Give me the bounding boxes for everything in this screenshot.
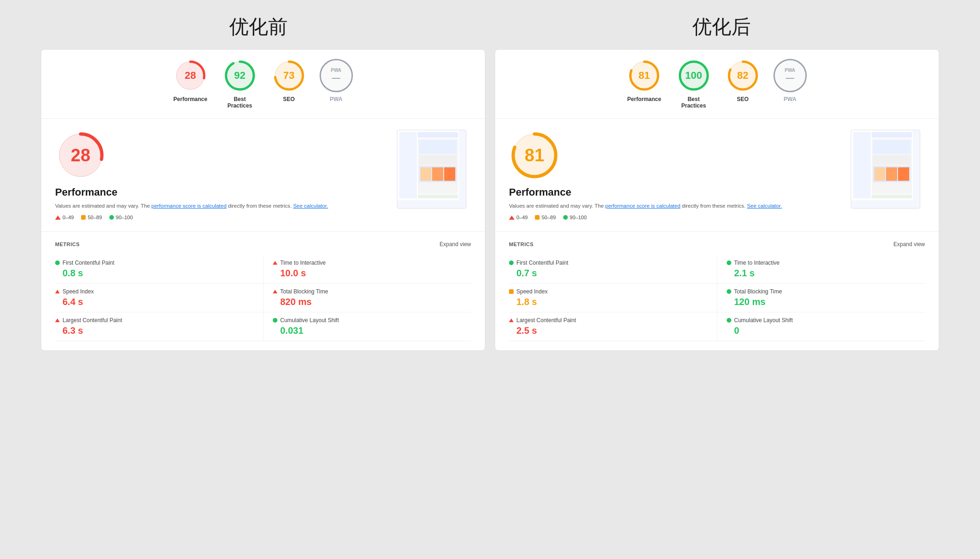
after-perf-section: 81 Performance Values are estimated and … bbox=[495, 119, 939, 232]
before-seo-value: 73 bbox=[283, 70, 294, 82]
after-perf-left: 81 Performance Values are estimated and … bbox=[509, 130, 842, 220]
after-pwa-circle: PWA — bbox=[773, 59, 807, 92]
before-seo-label: SEO bbox=[283, 96, 295, 102]
after-perf-title: Performance bbox=[509, 186, 842, 198]
before-ss-header bbox=[418, 132, 459, 138]
after-expand-view[interactable]: Expand view bbox=[893, 241, 925, 248]
after-tbt-indicator bbox=[727, 289, 731, 294]
before-cls-indicator bbox=[273, 318, 277, 323]
before-lcp-indicator bbox=[55, 318, 60, 322]
before-lcp-name: Largest Contentful Paint bbox=[63, 317, 122, 324]
after-ss-footer bbox=[872, 195, 912, 198]
after-cls-value: 0 bbox=[727, 325, 925, 336]
after-lcp-name: Largest Contentful Paint bbox=[516, 317, 576, 324]
after-title: 优化后 bbox=[513, 14, 930, 40]
before-perf-section: 28 Performance Values are estimated and … bbox=[41, 119, 485, 232]
before-perf-left: 28 Performance Values are estimated and … bbox=[55, 130, 388, 220]
after-metrics-title: METRICS bbox=[509, 241, 534, 247]
after-screenshot-preview bbox=[851, 130, 920, 209]
before-screenshot bbox=[397, 130, 471, 209]
before-legend-square bbox=[81, 215, 86, 220]
after-metrics-header: METRICS Expand view bbox=[509, 241, 925, 248]
after-metric-cls: Cumulative Layout Shift 0 bbox=[717, 312, 925, 341]
before-ss-sidebar bbox=[399, 132, 417, 198]
before-si-value: 6.4 s bbox=[55, 297, 254, 307]
before-tbt-name: Total Blocking Time bbox=[280, 288, 328, 295]
before-tbt-value: 820 ms bbox=[273, 297, 471, 307]
before-ss-body bbox=[418, 139, 459, 194]
after-fcp-indicator bbox=[509, 260, 514, 265]
before-perf-desc: Values are estimated and may vary. The p… bbox=[55, 202, 388, 210]
before-legend-green: 90–100 bbox=[109, 215, 133, 220]
after-seo-value: 82 bbox=[737, 70, 748, 82]
after-bp-circle: 100 bbox=[677, 59, 710, 92]
before-panel: 28 Performance 92 Best Practices bbox=[41, 49, 485, 351]
after-ss-header bbox=[872, 132, 912, 138]
before-pwa-circle: PWA — bbox=[320, 59, 353, 92]
after-perf-desc: Values are estimated and may vary. The p… bbox=[509, 202, 842, 210]
before-fcp-name: First Contentful Paint bbox=[63, 260, 114, 266]
before-score-pwa: PWA — PWA bbox=[320, 59, 353, 102]
before-si-name: Speed Index bbox=[63, 288, 94, 295]
after-tti-value: 2.1 s bbox=[727, 268, 925, 279]
after-fcp-value: 0.7 s bbox=[509, 268, 708, 279]
before-perf-link1[interactable]: performance score is calculated bbox=[151, 203, 226, 209]
before-ss-footer bbox=[418, 195, 459, 198]
before-metric-lcp: Largest Contentful Paint 6.3 s bbox=[55, 312, 263, 341]
before-perf-circle: 28 bbox=[174, 59, 207, 92]
before-metric-tbt: Total Blocking Time 820 ms bbox=[263, 284, 471, 312]
before-bp-label: Best Practices bbox=[221, 96, 258, 109]
before-metric-si: Speed Index 6.4 s bbox=[55, 284, 263, 312]
before-bp-circle: 92 bbox=[223, 59, 257, 92]
page-container: 优化前 优化后 28 Performance bbox=[27, 14, 953, 351]
after-score-performance: 81 Performance bbox=[627, 59, 661, 102]
after-lcp-indicator bbox=[509, 318, 514, 322]
after-legend-orange: 50–89 bbox=[535, 215, 556, 220]
after-metric-tti: Time to Interactive 2.1 s bbox=[717, 255, 925, 284]
before-cls-name: Cumulative Layout Shift bbox=[280, 317, 339, 324]
after-perf-link2[interactable]: See calculator. bbox=[747, 203, 782, 209]
after-perf-label: Performance bbox=[627, 96, 661, 102]
after-perf-link1[interactable]: performance score is calculated bbox=[605, 203, 680, 209]
after-legend: 0–49 50–89 90–100 bbox=[509, 215, 842, 220]
after-big-score-value: 81 bbox=[525, 146, 544, 165]
before-metrics-section: METRICS Expand view First Contentful Pai… bbox=[41, 232, 485, 350]
before-score-seo: 73 SEO bbox=[272, 59, 306, 102]
after-bp-value: 100 bbox=[685, 70, 702, 82]
before-expand-view[interactable]: Expand view bbox=[440, 241, 471, 248]
after-metric-fcp: First Contentful Paint 0.7 s bbox=[509, 255, 717, 284]
before-seo-circle: 73 bbox=[272, 59, 306, 92]
after-tbt-name: Total Blocking Time bbox=[734, 288, 782, 295]
after-metrics-section: METRICS Expand view First Contentful Pai… bbox=[495, 232, 939, 350]
before-ss-content bbox=[418, 132, 459, 198]
after-si-indicator bbox=[509, 289, 514, 294]
before-big-score-circle: 28 bbox=[55, 130, 106, 181]
before-score-performance: 28 Performance bbox=[173, 59, 207, 102]
after-cls-name: Cumulative Layout Shift bbox=[734, 317, 793, 324]
before-legend-dot bbox=[109, 215, 114, 220]
before-metrics-title: METRICS bbox=[55, 241, 80, 247]
before-perf-value: 28 bbox=[185, 70, 196, 82]
panels-row: 28 Performance 92 Best Practices bbox=[27, 49, 953, 351]
after-score-pwa: PWA — PWA bbox=[773, 59, 807, 102]
after-metric-lcp: Largest Contentful Paint 2.5 s bbox=[509, 312, 717, 341]
after-pwa-text: PWA — bbox=[785, 68, 795, 83]
before-metric-fcp: First Contentful Paint 0.8 s bbox=[55, 255, 263, 284]
after-legend-dot bbox=[563, 215, 568, 220]
after-perf-value: 81 bbox=[639, 70, 650, 82]
before-metric-cls: Cumulative Layout Shift 0.031 bbox=[263, 312, 471, 341]
after-tbt-value: 120 ms bbox=[727, 297, 925, 307]
after-score-seo: 82 SEO bbox=[726, 59, 760, 102]
after-cls-indicator bbox=[727, 318, 731, 323]
before-tbt-indicator bbox=[273, 290, 277, 293]
before-cls-value: 0.031 bbox=[273, 325, 471, 336]
headers-row: 优化前 优化后 bbox=[27, 14, 953, 40]
before-bp-value: 92 bbox=[234, 70, 245, 82]
before-si-indicator bbox=[55, 290, 60, 293]
before-screenshot-inner bbox=[397, 130, 459, 200]
after-pwa-label: PWA bbox=[784, 96, 796, 102]
before-screenshot-preview bbox=[397, 130, 466, 209]
before-perf-label: Performance bbox=[173, 96, 207, 102]
after-screenshot-inner bbox=[851, 130, 913, 200]
before-perf-link2[interactable]: See calculator. bbox=[293, 203, 328, 209]
